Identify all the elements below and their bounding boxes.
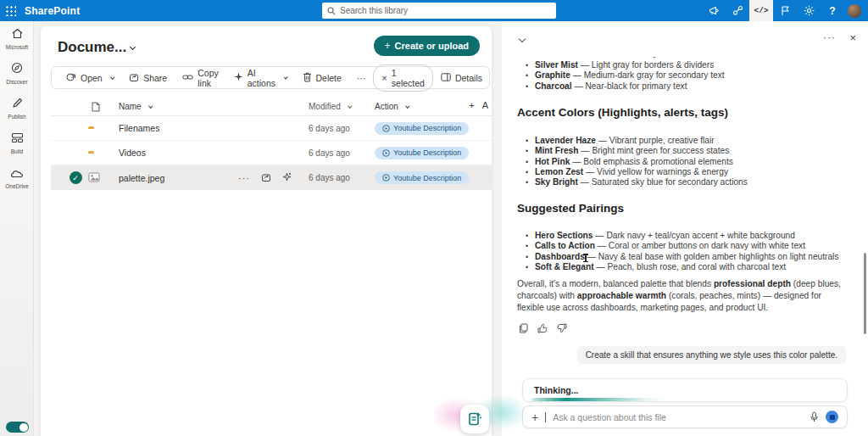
table-row[interactable]: Videos 6 days ago Youtube Description [51, 141, 492, 165]
document-sparkle-icon [467, 411, 482, 427]
sharepoint-app: SharePoint </> ? [0, 0, 868, 436]
sidebar-item-label: Build [11, 148, 23, 154]
file-name[interactable]: Filenames [110, 123, 220, 133]
create-or-upload-button[interactable]: + Create or upload [374, 36, 480, 56]
action-pill[interactable]: Youtube Description [375, 147, 469, 159]
copilot-chat-panel: ··· × - Silver Mist — Light gray for bor… [502, 21, 868, 436]
action-pill[interactable]: Youtube Description [375, 122, 469, 135]
open-icon [66, 72, 76, 84]
megaphone-icon[interactable] [702, 0, 726, 21]
search-icon [327, 3, 336, 19]
file-name[interactable]: palette.jpeg [110, 173, 220, 183]
library-search-box[interactable] [322, 3, 556, 19]
more-commands-button[interactable]: ··· [349, 67, 374, 88]
cloud-icon [10, 166, 24, 182]
message-actions [519, 323, 567, 333]
sidebar-item-discover[interactable]: Discover [0, 56, 34, 91]
table-row[interactable]: Filenames 6 days ago Youtube Description [51, 116, 492, 141]
sidebar-item-label: Microsoft [6, 44, 28, 50]
sidebar-item-build[interactable]: Build [0, 126, 34, 160]
gear-icon[interactable] [797, 0, 821, 21]
link-icon [182, 73, 193, 83]
text-cursor [585, 254, 587, 262]
chat-input-bar[interactable]: + [522, 405, 848, 428]
list-item: Dashboards — Navy & teal base with golde… [524, 252, 843, 262]
thinking-status-card: Thinking... [522, 378, 848, 402]
plus-icon: + [469, 100, 474, 110]
connections-icon[interactable] [726, 0, 749, 21]
ai-actions-button[interactable]: AI actions [226, 67, 295, 88]
code-panel-icon[interactable]: </> [749, 0, 773, 21]
clear-selection-pill[interactable]: × 1 selected [373, 64, 433, 92]
topbar-actions: </> ? [702, 0, 868, 21]
more-icon[interactable]: ··· [238, 173, 250, 183]
panel-more-icon[interactable]: ··· [823, 31, 836, 43]
delete-button[interactable]: Delete [295, 67, 349, 88]
details-button[interactable]: Details [433, 67, 490, 88]
sidebar-item-publish[interactable]: Publish [0, 91, 34, 126]
copy-icon[interactable] [519, 323, 528, 333]
delete-label: Delete [316, 73, 342, 83]
list-item: Silver Mist — Light gray for borders & d… [524, 60, 843, 70]
share-button[interactable]: Share [121, 67, 175, 88]
attach-plus-icon[interactable]: + [531, 411, 538, 424]
plus-icon: + [385, 40, 391, 52]
flag-icon[interactable] [773, 0, 797, 21]
search-input[interactable] [340, 6, 551, 15]
list-item: Soft & Elegant — Peach, blush rose, and … [524, 262, 843, 272]
sidebar-item-label: Discover [6, 79, 27, 85]
row-hover-actions: ··· [220, 172, 300, 184]
dismiss-icon: × [381, 73, 387, 83]
ai-actions-label: AI actions [248, 68, 276, 88]
thumbs-down-icon[interactable] [557, 323, 567, 333]
action-pill[interactable]: Youtube Description [375, 171, 469, 184]
home-icon [11, 27, 24, 42]
selected-check-icon[interactable]: ✓ [70, 171, 82, 184]
library-title[interactable]: Docume... [58, 39, 135, 56]
panel-scrollbar-thumb[interactable] [864, 253, 866, 334]
play-circle-icon [382, 149, 390, 157]
chat-question-input[interactable] [553, 412, 803, 422]
document-icon [92, 102, 100, 112]
thinking-progress-shimmer [531, 398, 667, 401]
user-avatar[interactable] [848, 4, 861, 18]
selection-count-label: 1 selected [392, 68, 425, 88]
panel-close-icon[interactable]: × [849, 31, 856, 44]
accent-colors-heading: Accent Colors (Highlights, alerts, tags) [517, 106, 728, 119]
details-pane-icon [441, 73, 451, 83]
list-item: Graphite — Medium-dark gray for secondar… [524, 70, 843, 81]
create-or-upload-label: Create or upload [395, 41, 469, 51]
sidebar-item-onedrive[interactable]: OneDrive [0, 160, 34, 195]
files-table: Name Modified Action + A Filenames [51, 98, 492, 190]
open-button[interactable]: Open [58, 67, 121, 88]
sidebar-item-microsoft[interactable]: Microsoft [0, 21, 34, 56]
stop-generating-button[interactable] [826, 411, 838, 423]
chevron-down-icon [110, 75, 114, 80]
sidebar-item-label: Publish [8, 114, 25, 120]
sharepoint-brand[interactable]: SharePoint [25, 5, 80, 17]
modified-date: 6 days ago [300, 148, 375, 158]
help-icon[interactable]: ? [821, 0, 844, 21]
share-icon[interactable] [261, 172, 271, 184]
table-row-selected[interactable]: ✓ palette.jpeg ··· 6 days ago Youtube De… [51, 165, 492, 190]
library-title-text: Docume... [58, 39, 126, 56]
thumbs-up-icon[interactable] [537, 323, 548, 333]
list-item: Charcoal — Near-black for primary text [524, 81, 843, 92]
header-file-type[interactable] [88, 102, 110, 112]
feature-toggle[interactable] [6, 422, 29, 433]
microphone-icon[interactable] [810, 411, 819, 422]
text-caret [545, 412, 546, 422]
sort-chevron-icon [348, 104, 352, 109]
copy-link-button[interactable]: Copy link [175, 67, 226, 88]
add-column-button[interactable]: + A [469, 100, 488, 110]
thinking-label: Thinking... [534, 385, 579, 395]
header-name[interactable]: Name [110, 102, 220, 111]
chevron-down-icon [130, 43, 136, 49]
app-launcher-waffle-icon[interactable] [5, 5, 16, 16]
file-name[interactable]: Videos [110, 148, 220, 158]
header-modified[interactable]: Modified [300, 102, 375, 111]
play-circle-icon [382, 174, 390, 182]
collapse-chevron-icon[interactable] [519, 36, 526, 42]
ai-compose-floating-button[interactable] [460, 405, 489, 433]
ai-sparkle-icon[interactable] [282, 172, 292, 183]
